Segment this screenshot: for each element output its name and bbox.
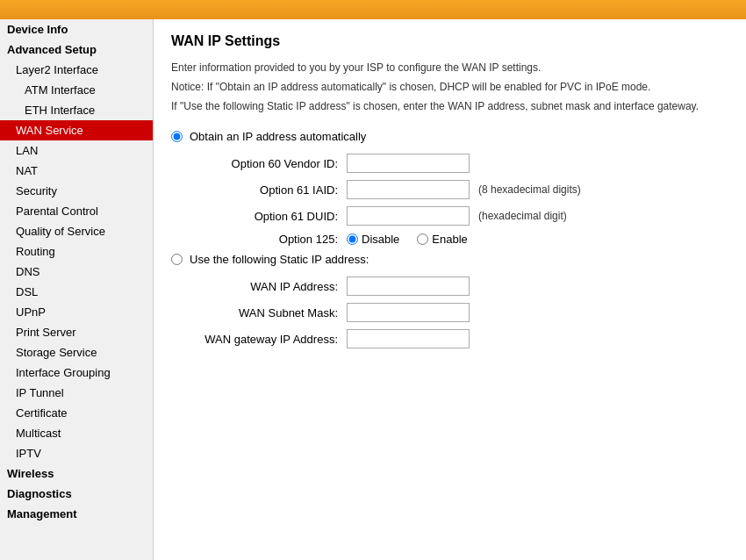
main-layout: Device InfoAdvanced SetupLayer2 Interfac… <box>0 19 746 560</box>
option61-duid-row: Option 61 DUID: (hexadecimal digit) <box>171 206 728 226</box>
wan-subnet-input[interactable] <box>347 303 470 322</box>
option125-enable-radio[interactable] <box>417 233 428 245</box>
radio-auto-label[interactable]: Obtain an IP address automatically <box>190 130 366 143</box>
content-area: WAN IP Settings Enter information provid… <box>154 19 746 560</box>
option60-label: Option 60 Vendor ID: <box>171 157 347 170</box>
option61-duid-input[interactable] <box>347 206 470 226</box>
wan-ip-label: WAN IP Address: <box>171 280 347 293</box>
sidebar-item-upnp[interactable]: UPnP <box>0 302 153 322</box>
sidebar-item-wireless[interactable]: Wireless <box>0 463 153 484</box>
sidebar-item-parental-control[interactable]: Parental Control <box>0 201 153 221</box>
sidebar-item-advanced-setup[interactable]: Advanced Setup <box>0 39 153 60</box>
notice-2: Notice: If "Obtain an IP address automat… <box>171 79 728 95</box>
sidebar-item-storage-service[interactable]: Storage Service <box>0 342 153 363</box>
wan-ip-input[interactable] <box>347 276 470 296</box>
sidebar-item-wan-service[interactable]: WAN Service <box>0 120 153 140</box>
wan-gateway-row: WAN gateway IP Address: <box>171 329 728 348</box>
option125-disable-option: Disable <box>347 233 399 246</box>
option61-iaid-hint: (8 hexadecimal digits) <box>478 183 581 196</box>
sidebar-item-security[interactable]: Security <box>0 181 153 201</box>
sidebar-item-routing[interactable]: Routing <box>0 241 153 262</box>
sidebar-item-interface-grouping[interactable]: Interface Grouping <box>0 363 153 383</box>
radio-static-label[interactable]: Use the following Static IP address: <box>190 253 369 266</box>
wan-subnet-row: WAN Subnet Mask: <box>171 303 728 322</box>
sidebar-item-dns[interactable]: DNS <box>0 262 153 282</box>
option125-enable-option: Enable <box>417 233 467 246</box>
option61-iaid-input[interactable] <box>347 180 470 199</box>
option61-iaid-label: Option 61 IAID: <box>171 183 347 197</box>
sidebar-item-print-server[interactable]: Print Server <box>0 322 153 342</box>
wan-ip-row: WAN IP Address: <box>171 276 728 296</box>
option60-row: Option 60 Vendor ID: <box>171 154 728 173</box>
sidebar-item-lan[interactable]: LAN <box>0 140 153 161</box>
sidebar-item-ip-tunnel[interactable]: IP Tunnel <box>0 383 153 403</box>
wan-gateway-label: WAN gateway IP Address: <box>171 333 347 346</box>
sidebar-item-certificate[interactable]: Certificate <box>0 403 153 423</box>
form-section: Obtain an IP address automatically Optio… <box>171 130 728 348</box>
sidebar-item-multicast[interactable]: Multicast <box>0 423 153 443</box>
sidebar: Device InfoAdvanced SetupLayer2 Interfac… <box>0 19 154 560</box>
notice-1: Enter information provided to you by you… <box>171 60 728 75</box>
sidebar-item-eth-interface[interactable]: ETH Interface <box>0 100 153 120</box>
option125-disable-label[interactable]: Disable <box>362 233 399 246</box>
radio-static[interactable] <box>171 254 183 265</box>
option125-label: Option 125: <box>171 233 347 246</box>
radio-static-row: Use the following Static IP address: <box>171 253 728 266</box>
page-title: WAN IP Settings <box>171 33 728 49</box>
radio-auto[interactable] <box>171 131 183 142</box>
sidebar-item-quality-of-service[interactable]: Quality of Service <box>0 221 153 241</box>
wan-gateway-input[interactable] <box>347 329 470 348</box>
sidebar-item-dsl[interactable]: DSL <box>0 282 153 302</box>
sidebar-item-layer2-interface[interactable]: Layer2 Interface <box>0 60 153 80</box>
wan-subnet-label: WAN Subnet Mask: <box>171 306 347 319</box>
option61-duid-hint: (hexadecimal digit) <box>478 210 567 222</box>
radio-auto-row: Obtain an IP address automatically <box>171 130 728 143</box>
sidebar-item-nat[interactable]: NAT <box>0 161 153 181</box>
option125-radio-group: Disable Enable <box>347 233 468 246</box>
option125-row: Option 125: Disable Enable <box>171 233 728 246</box>
option125-disable-radio[interactable] <box>347 233 358 245</box>
sidebar-item-atm-interface[interactable]: ATM Interface <box>0 80 153 100</box>
option61-duid-label: Option 61 DUID: <box>171 210 347 223</box>
option125-enable-label[interactable]: Enable <box>432 233 467 246</box>
top-bar <box>0 0 746 19</box>
sidebar-item-iptv[interactable]: IPTV <box>0 443 153 463</box>
sidebar-item-device-info[interactable]: Device Info <box>0 19 153 39</box>
option60-input[interactable] <box>347 154 470 173</box>
option61-iaid-row: Option 61 IAID: (8 hexadecimal digits) <box>171 180 728 199</box>
sidebar-item-diagnostics[interactable]: Diagnostics <box>0 484 153 504</box>
notice-3: If "Use the following Static IP address"… <box>171 98 728 114</box>
sidebar-item-management[interactable]: Management <box>0 504 153 524</box>
